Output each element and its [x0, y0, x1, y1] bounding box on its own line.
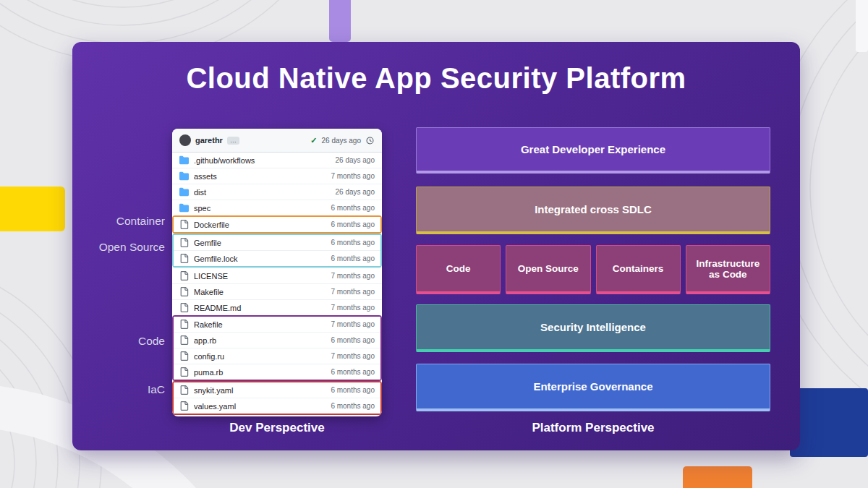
file-row[interactable]: Dockerfile 6 months ago [174, 217, 380, 232]
file-age: 7 months ago [331, 304, 375, 312]
file-name[interactable]: config.ru [194, 352, 326, 361]
label-iac: IaC [85, 383, 165, 396]
file-row[interactable]: .github/workflows 26 days ago [172, 153, 382, 168]
file-icon [179, 320, 189, 329]
lavender-accent-strip [329, 0, 351, 42]
bar-integrated-sdlc: Integrated cross SDLC [416, 187, 770, 234]
file-age: 26 days ago [336, 156, 375, 164]
commit-ellipsis-badge[interactable]: … [227, 137, 239, 145]
history-icon[interactable] [365, 136, 375, 145]
file-row[interactable]: Rakefile 7 months ago [174, 317, 380, 332]
file-name[interactable]: dist [194, 188, 331, 197]
file-icon [179, 385, 189, 395]
file-name[interactable]: assets [194, 172, 326, 181]
file-row[interactable]: dist 26 days ago [172, 184, 382, 200]
file-row[interactable]: app.rb 6 months ago [174, 332, 380, 348]
file-age: 7 months ago [331, 320, 375, 328]
file-age: 6 months ago [331, 239, 375, 247]
file-icon [179, 351, 189, 361]
file-row[interactable]: values.yaml 6 months ago [174, 398, 380, 414]
file-icon [179, 254, 189, 263]
pillar-label: Code [446, 263, 471, 274]
file-icon [179, 335, 189, 345]
yellow-accent-block [0, 187, 65, 231]
blue-accent-block [790, 388, 868, 457]
folder-icon [179, 155, 189, 165]
label-container: Container [85, 215, 165, 228]
file-name[interactable]: .github/workflows [194, 156, 331, 165]
highlight-group-open-source: Gemfile 6 months ago Gemfile.lock 6 mont… [172, 234, 382, 267]
file-row[interactable]: config.ru 7 months ago [174, 348, 380, 364]
file-name[interactable]: Gemfile [194, 239, 326, 247]
white-accent-strip [856, 0, 868, 52]
file-icon [179, 238, 189, 247]
file-row[interactable]: snykit.yaml 6 months ago [174, 382, 380, 398]
avatar[interactable] [179, 134, 191, 146]
file-row[interactable]: puma.rb 6 months ago [174, 364, 380, 380]
pillar-label: Infrastructure as Code [691, 258, 765, 280]
file-name[interactable]: app.rb [194, 336, 326, 345]
folder-icon [179, 187, 189, 197]
file-age: 6 months ago [331, 386, 375, 394]
bar-developer-experience: Great Developer Experience [416, 127, 770, 174]
file-row[interactable]: LICENSE 7 months ago [172, 267, 382, 283]
file-row[interactable]: Gemfile 6 months ago [174, 235, 380, 250]
pillar-infrastructure-as-code: Infrastructure as Code [686, 245, 770, 294]
pillar-code: Code [416, 245, 501, 294]
highlight-group-code: Rakefile 7 months ago app.rb 6 months ag… [172, 315, 382, 381]
label-open-source: Open Source [85, 241, 165, 254]
file-age: 6 months ago [331, 402, 375, 410]
file-age: 7 months ago [331, 288, 375, 296]
file-icon [179, 287, 189, 296]
repo-user[interactable]: garethr [195, 136, 223, 145]
label-code: Code [85, 335, 165, 348]
pillar-open-source: Open Source [506, 245, 590, 294]
file-name[interactable]: snykit.yaml [194, 386, 326, 395]
file-name[interactable]: values.yaml [194, 402, 326, 411]
file-name[interactable]: Gemfile.lock [194, 254, 326, 263]
check-icon: ✓ [310, 136, 317, 145]
last-commit-time: 26 days ago [322, 137, 362, 145]
bar-label: Enterprise Governance [533, 380, 652, 393]
bar-enterprise-governance: Enterprise Governance [416, 364, 770, 411]
file-row[interactable]: Makefile 7 months ago [172, 283, 382, 299]
bar-label: Integrated cross SDLC [535, 203, 652, 215]
orange-accent-block [683, 466, 752, 488]
bar-label: Great Developer Experience [521, 143, 665, 155]
file-name[interactable]: Dockerfile [194, 221, 326, 229]
file-age: 26 days ago [336, 188, 375, 196]
file-row[interactable]: Gemfile.lock 6 months ago [174, 250, 380, 266]
file-age: 7 months ago [331, 352, 375, 360]
file-row[interactable]: README.md 7 months ago [172, 299, 382, 315]
pillar-row: Code Open Source Containers Infrastructu… [416, 245, 770, 294]
file-name[interactable]: README.md [194, 304, 326, 312]
file-name[interactable]: Makefile [194, 288, 326, 296]
platform-perspective-caption: Platform Perspective [416, 421, 770, 435]
folder-icon [179, 171, 189, 181]
main-panel: Cloud Native App Security Platform Conta… [72, 42, 800, 450]
pillar-label: Open Source [518, 263, 579, 274]
file-name[interactable]: spec [194, 204, 326, 213]
file-row[interactable]: assets 7 months ago [172, 168, 382, 184]
file-row[interactable]: spec 6 months ago [172, 200, 382, 215]
dev-perspective-caption: Dev Perspective [172, 421, 382, 435]
pillar-label: Containers [613, 263, 664, 274]
repo-header: garethr … ✓ 26 days ago [172, 129, 382, 153]
highlight-group-iac: snykit.yaml 6 months ago values.yaml 6 m… [172, 381, 382, 415]
file-list: .github/workflows 26 days ago assets 7 m… [172, 153, 382, 416]
file-name[interactable]: LICENSE [194, 272, 326, 281]
bar-security-intelligence: Security Intelligence [416, 304, 770, 352]
file-age: 6 months ago [331, 336, 375, 344]
file-icon [179, 271, 189, 281]
file-icon [179, 401, 189, 411]
folder-icon [179, 203, 189, 213]
file-name[interactable]: Rakefile [194, 320, 326, 329]
slide-title: Cloud Native App Security Platform [72, 62, 800, 95]
file-age: 6 months ago [331, 221, 375, 228]
slide: Cloud Native App Security Platform Conta… [0, 0, 868, 488]
file-name[interactable]: puma.rb [194, 368, 326, 377]
file-age: 6 months ago [331, 204, 375, 212]
file-age: 7 months ago [331, 272, 375, 280]
pillar-containers: Containers [596, 245, 681, 294]
repo-file-browser: garethr … ✓ 26 days ago .github/workflow… [172, 129, 382, 416]
